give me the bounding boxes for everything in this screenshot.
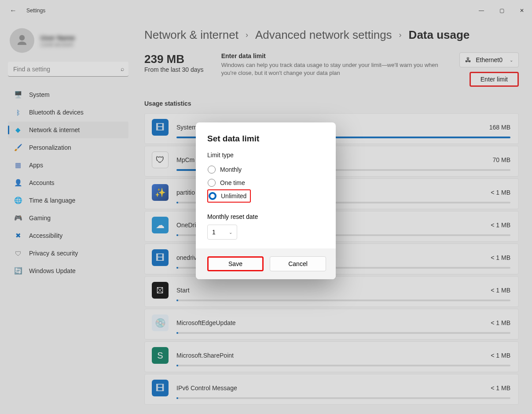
limit-description: Windows can help you track data usage to… (221, 61, 442, 77)
limit-type-label: Limit type (207, 152, 324, 159)
sidebar-item-privacy-security[interactable]: 🛡Privacy & security (8, 245, 128, 262)
app-name: Microsoft.SharePoint (176, 352, 234, 359)
app-icon: 🎞 (152, 380, 169, 396)
maximize-button[interactable]: ▢ (492, 4, 512, 18)
app-usage-amount: < 1 MB (491, 319, 510, 326)
nav-label: Network & internet (29, 126, 80, 133)
nav-label: Apps (29, 162, 43, 169)
dialog-title: Set data limit (207, 134, 324, 144)
close-button[interactable]: ✕ (512, 4, 532, 18)
nav-label: Gaming (29, 214, 51, 222)
app-usage-amount: 168 MB (489, 124, 510, 131)
usage-period: From the last 30 days (144, 66, 204, 73)
sidebar-item-bluetooth-devices[interactable]: ᛒBluetooth & devices (8, 104, 128, 121)
nav-icon: 👤 (14, 179, 22, 187)
app-name: onedriv (176, 254, 197, 261)
app-name: MpCm (176, 156, 194, 163)
app-icon: 💿 (152, 314, 169, 331)
sidebar-item-gaming[interactable]: 🎮Gaming (8, 210, 128, 226)
breadcrumb-advanced[interactable]: Advanced network settings (255, 28, 392, 42)
app-icon: 🎞 (152, 119, 169, 136)
sidebar-item-network-internet[interactable]: ◆Network & internet (8, 122, 128, 138)
reset-date-label: Monthly reset date (207, 213, 324, 220)
radio-one-time[interactable]: One time (207, 176, 324, 189)
nav-icon: 🛡 (14, 250, 22, 257)
user-name: User Name (40, 34, 75, 41)
nav-icon: 🖥️ (14, 91, 22, 99)
enter-limit-button[interactable]: Enter limit (470, 72, 519, 87)
usage-bar (176, 332, 510, 334)
nav-label: Time & language (29, 197, 75, 204)
app-name: partitio (176, 189, 195, 196)
app-usage-amount: < 1 MB (491, 189, 510, 196)
adapter-label: Ethernet0 (476, 56, 503, 63)
chevron-down-icon: ⌄ (510, 58, 513, 63)
limit-heading: Enter data limit (221, 52, 442, 59)
radio-monthly[interactable]: Monthly (207, 163, 324, 176)
nav-icon: 🔄 (14, 267, 22, 275)
usage-bar (176, 365, 510, 366)
app-usage-amount: < 1 MB (491, 384, 510, 392)
back-button[interactable]: ← (10, 7, 20, 15)
nav-icon: ◆ (14, 126, 22, 134)
app-name: System (176, 124, 197, 131)
app-icon: ✨ (152, 184, 169, 201)
app-usage-amount: < 1 MB (491, 287, 510, 294)
sidebar-item-personalization[interactable]: 🖌️Personalization (8, 139, 128, 156)
sidebar-item-time-language[interactable]: 🌐Time & language (8, 192, 128, 209)
app-icon: 🎞 (152, 249, 169, 266)
app-usage-row[interactable]: ⛝Start< 1 MB (144, 276, 519, 307)
chevron-right-icon: › (246, 30, 248, 40)
app-icon: S (152, 347, 169, 364)
nav-icon: ▦ (14, 161, 22, 169)
cancel-button[interactable]: Cancel (270, 256, 326, 271)
nav-label: Bluetooth & devices (29, 109, 84, 116)
app-usage-row[interactable]: 🎞IPv6 Control Message< 1 MB (144, 374, 519, 405)
set-data-limit-dialog: Set data limit Limit type Monthly One ti… (196, 122, 336, 279)
reset-date-dropdown[interactable]: 1 ⌄ (207, 225, 237, 240)
breadcrumb-current: Data usage (409, 28, 470, 42)
app-usage-amount: 70 MB (493, 156, 510, 163)
nav-label: Privacy & security (29, 250, 78, 257)
app-icon: 🛡 (152, 152, 169, 168)
search-icon: ⌕ (121, 65, 124, 72)
nav-icon: 🖌️ (14, 144, 22, 152)
sidebar-item-windows-update[interactable]: 🔄Windows Update (8, 262, 128, 279)
nav-label: Personalization (29, 144, 71, 151)
sidebar-item-system[interactable]: 🖥️System (8, 86, 128, 103)
avatar (10, 28, 34, 53)
nav-label: Accounts (29, 179, 55, 186)
app-usage-amount: < 1 MB (491, 222, 510, 229)
app-name: IPv6 Control Message (176, 384, 237, 392)
nav-icon: 🌐 (14, 196, 22, 204)
save-button[interactable]: Save (207, 256, 264, 271)
app-usage-row[interactable]: SMicrosoft.SharePoint< 1 MB (144, 341, 519, 372)
minimize-button[interactable]: — (471, 4, 492, 18)
nav-label: Accessibility (29, 232, 62, 239)
radio-unlimited[interactable]: Unlimited (207, 189, 251, 203)
chevron-right-icon: › (399, 30, 402, 40)
search-input[interactable] (8, 62, 128, 77)
app-icon: ☁ (152, 217, 169, 233)
window-title: Settings (26, 7, 45, 14)
usage-bar (176, 299, 510, 301)
user-profile[interactable]: User Name Local account (10, 28, 128, 53)
user-sub: Local account (40, 41, 75, 48)
sidebar-item-accounts[interactable]: 👤Accounts (8, 174, 128, 191)
nav-icon: 🎮 (14, 214, 22, 222)
app-icon: ⛝ (152, 282, 169, 299)
breadcrumb-network[interactable]: Network & internet (144, 28, 238, 42)
app-usage-row[interactable]: 💿MicrosoftEdgeUpdate< 1 MB (144, 309, 519, 340)
app-name: MicrosoftEdgeUpdate (176, 319, 236, 326)
usage-amount: 239 MB (144, 52, 204, 66)
app-usage-amount: < 1 MB (491, 254, 510, 261)
usage-bar (176, 397, 510, 399)
ethernet-icon: 🖧 (465, 56, 471, 63)
sidebar-item-apps[interactable]: ▦Apps (8, 157, 128, 174)
adapter-dropdown[interactable]: 🖧 Ethernet0 ⌄ (459, 52, 519, 67)
app-name: OneDri (176, 222, 196, 229)
sidebar-item-accessibility[interactable]: ✖Accessibility (8, 227, 128, 244)
nav-icon: ᛒ (14, 109, 22, 116)
nav-label: Windows Update (29, 267, 76, 274)
nav-icon: ✖ (14, 232, 22, 240)
